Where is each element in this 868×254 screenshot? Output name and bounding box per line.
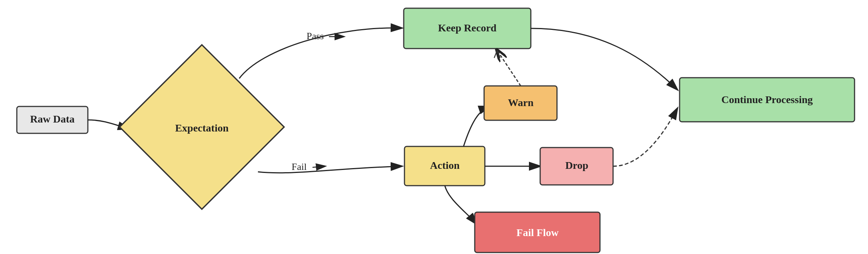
- edge-warn-keeprecord: [497, 50, 521, 86]
- expectation-node: Expectation: [120, 45, 284, 209]
- edge-keeprecord-continue: [531, 28, 677, 90]
- raw-data-label: Raw Data: [30, 113, 75, 125]
- warn-label: Warn: [508, 97, 534, 108]
- continue-processing-node: Continue Processing: [680, 78, 855, 122]
- continue-processing-label: Continue Processing: [721, 94, 813, 105]
- fail-arrow-decoration: [313, 166, 325, 167]
- warn-node: Warn: [484, 86, 557, 120]
- edge-drop-continue: [613, 108, 677, 166]
- drop-label: Drop: [565, 159, 588, 171]
- dashed-arrow-tip-warn: [494, 50, 500, 58]
- fail-flow-label: Fail Flow: [517, 227, 559, 238]
- keep-record-label: Keep Record: [438, 22, 497, 34]
- fail-label: Fail: [292, 161, 307, 172]
- fail-flow-node: Fail Flow: [475, 212, 600, 253]
- expectation-label: Expectation: [175, 122, 229, 134]
- edge-action-failflow: [445, 186, 477, 224]
- raw-data-node: Raw Data: [17, 106, 88, 133]
- edge-fail: [258, 166, 402, 173]
- action-label: Action: [430, 159, 460, 171]
- pass-label: Pass: [307, 31, 324, 41]
- drop-node: Drop: [540, 148, 613, 185]
- keep-record-node: Keep Record: [404, 8, 531, 49]
- action-node: Action: [404, 146, 485, 186]
